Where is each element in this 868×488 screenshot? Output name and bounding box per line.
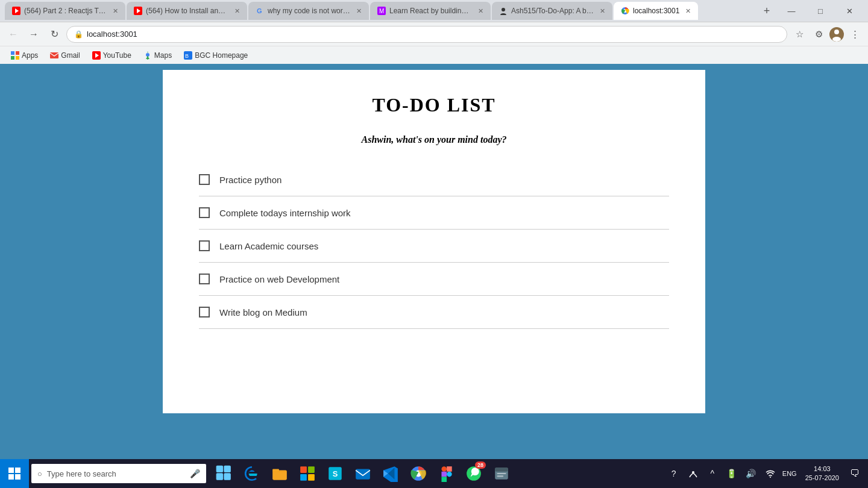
help-tray-icon[interactable]: ?: [665, 459, 682, 488]
tab-close-button[interactable]: ✕: [685, 7, 691, 15]
todo-checkbox-item3[interactable]: [199, 240, 210, 251]
svg-rect-29: [224, 474, 230, 480]
taskbar-apps: S: [209, 459, 661, 488]
tab-close-button[interactable]: ✕: [600, 7, 605, 15]
taskbar: ○ Type here to search 🎤: [0, 459, 868, 488]
notification-button[interactable]: 🗨: [846, 459, 863, 488]
files-button[interactable]: [488, 459, 515, 488]
svg-rect-44: [447, 466, 452, 472]
vscode-button[interactable]: [377, 459, 404, 488]
svg-rect-12: [11, 51, 14, 55]
svg-rect-25: [15, 474, 20, 480]
back-button[interactable]: ←: [5, 26, 22, 43]
todo-checkbox-item2[interactable]: [199, 207, 210, 218]
file-explorer-button[interactable]: [266, 459, 293, 488]
network-tray-icon[interactable]: [685, 459, 702, 488]
todo-checkbox-item1[interactable]: [199, 174, 210, 185]
store-icon: [299, 465, 316, 482]
stylus-app-button[interactable]: S: [322, 459, 348, 488]
menu-button[interactable]: ⋮: [846, 26, 863, 43]
todo-subtitle: Ashwin, what's on your mind today?: [199, 134, 669, 145]
extensions-button[interactable]: ⚙: [810, 26, 827, 43]
browser-tab-tab3[interactable]: G why my code is not working ✕: [248, 2, 369, 20]
wifi-icon: [766, 469, 775, 478]
browser-tab-tab4[interactable]: M Learn React by building a To... ✕: [370, 2, 491, 20]
tab-close-button[interactable]: ✕: [234, 7, 240, 15]
bookmark-bm4[interactable]: Maps: [139, 49, 177, 62]
tab-favicon: M: [377, 7, 386, 15]
start-button[interactable]: [0, 459, 29, 488]
bookmark-bm5[interactable]: B BGC Homepage: [179, 49, 253, 62]
tab-title: Ash515/To-Do-App: A basic...: [511, 7, 594, 15]
todo-checkbox-item5[interactable]: [199, 307, 210, 318]
svg-point-10: [834, 30, 839, 34]
tab-close-button[interactable]: ✕: [478, 7, 483, 15]
bookmark-label: Apps: [22, 51, 38, 60]
browser-tab-tab1[interactable]: (564) Part 2 : Reactjs Tutorial ✕: [5, 2, 125, 20]
svg-rect-32: [300, 466, 307, 473]
maximize-button[interactable]: □: [807, 0, 834, 22]
svg-rect-22: [8, 468, 14, 473]
svg-rect-16: [50, 52, 58, 58]
clock-time: 14:03: [814, 465, 831, 474]
todo-label: Practice python: [219, 175, 281, 185]
svg-text:B: B: [185, 53, 189, 59]
tab-favicon: [134, 7, 142, 15]
todo-item: Learn Academic courses: [199, 230, 669, 263]
network-wifi-icon[interactable]: [762, 459, 779, 488]
tab-favicon: [499, 7, 508, 15]
tab-title: why my code is not working: [268, 7, 350, 15]
bookmark-bm3[interactable]: YouTube: [87, 49, 136, 62]
new-tab-button[interactable]: +: [758, 2, 775, 19]
task-view-button[interactable]: [211, 459, 237, 488]
todo-card: TO-DO LIST Ashwin, what's on your mind t…: [163, 70, 705, 413]
messaging-button[interactable]: 28: [461, 459, 487, 488]
store-button[interactable]: [294, 459, 321, 488]
reload-button[interactable]: ↻: [46, 26, 63, 43]
todo-checkbox-item4[interactable]: [199, 274, 210, 284]
profile-avatar[interactable]: [829, 27, 844, 42]
eng-label[interactable]: ENG: [781, 459, 798, 488]
search-bar[interactable]: ○ Type here to search 🎤: [31, 464, 206, 483]
bookmark-label: BGC Homepage: [195, 51, 248, 60]
mail-button[interactable]: [350, 459, 376, 488]
close-button[interactable]: ✕: [835, 0, 863, 22]
svg-rect-42: [441, 472, 447, 477]
browser-tab-tab6[interactable]: localhost:3001 ✕: [614, 2, 698, 20]
minimize-button[interactable]: —: [778, 0, 805, 22]
volume-icon[interactable]: 🔊: [743, 459, 760, 488]
forward-button[interactable]: →: [25, 26, 42, 43]
figma-button[interactable]: [433, 459, 459, 488]
windows-icon: [8, 468, 20, 480]
search-input[interactable]: Type here to search: [47, 469, 185, 478]
bookmark-bm1[interactable]: Apps: [6, 49, 43, 62]
todo-item: Practice python: [199, 163, 669, 196]
bookmark-bm2[interactable]: Gmail: [45, 49, 84, 62]
microphone-icon[interactable]: 🎤: [190, 469, 200, 478]
svg-rect-33: [308, 466, 315, 473]
svg-rect-50: [497, 475, 503, 477]
tab-close-button[interactable]: ✕: [113, 7, 118, 15]
todo-item: Complete todays internship work: [199, 196, 669, 230]
svg-rect-23: [15, 468, 20, 473]
svg-rect-41: [441, 466, 447, 472]
chevron-up-tray-icon[interactable]: ^: [704, 459, 721, 488]
figma-icon: [438, 465, 454, 482]
edge-browser-button[interactable]: [239, 459, 265, 488]
browser-tab-tab5[interactable]: Ash515/To-Do-App: A basic... ✕: [492, 2, 612, 20]
svg-rect-28: [216, 474, 222, 480]
browser-tab-tab2[interactable]: (564) How to Install and Setu... ✕: [127, 2, 247, 20]
svg-point-51: [692, 471, 694, 474]
notification-badge: 28: [475, 461, 486, 469]
task-view-icon: [216, 465, 233, 482]
address-bar[interactable]: 🔒 localhost:3001: [66, 26, 787, 43]
chrome-button[interactable]: [405, 459, 432, 488]
system-clock[interactable]: 14:03 25-07-2020: [800, 459, 844, 488]
title-bar: (564) Part 2 : Reactjs Tutorial ✕ (564) …: [0, 0, 868, 22]
bookmark-label: YouTube: [103, 51, 131, 60]
battery-icon[interactable]: 🔋: [723, 459, 740, 488]
tab-close-button[interactable]: ✕: [356, 7, 362, 15]
todo-list: Practice python Complete todays internsh…: [199, 163, 669, 329]
bookmark-button[interactable]: ☆: [791, 26, 808, 43]
todo-label: Practice on web Development: [219, 274, 339, 284]
